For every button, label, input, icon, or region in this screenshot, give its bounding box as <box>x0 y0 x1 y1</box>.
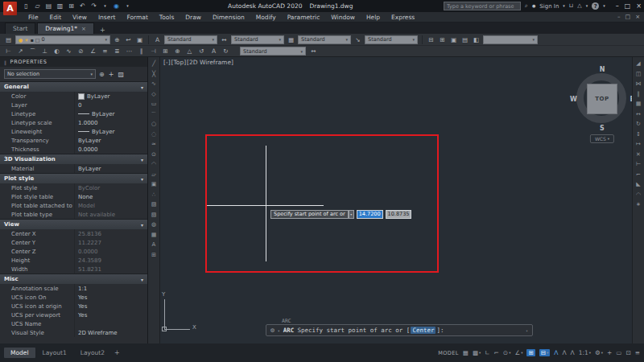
rotate-icon[interactable]: ↻ <box>636 121 641 128</box>
layout-tab-layout1[interactable]: Layout1 <box>36 348 73 358</box>
app-store-icon[interactable]: ⊔ <box>569 3 573 9</box>
annotation-monitor-icon[interactable]: + <box>607 349 612 356</box>
dynamic-input-options-icon[interactable]: ▾ <box>349 210 354 219</box>
viewport-visual-style-control[interactable]: [2D Wireframe] <box>187 59 233 66</box>
point-icon[interactable]: ∴ <box>152 191 155 199</box>
fillet-icon[interactable]: ◠ <box>636 191 641 199</box>
explode-icon[interactable]: ∗ <box>636 201 641 208</box>
polar-tracking-icon[interactable]: ⊙▾ <box>503 349 511 356</box>
command-customize-icon[interactable]: ⚙ <box>270 327 275 334</box>
layer-previous-icon[interactable]: ↩ <box>124 36 133 43</box>
menu-help[interactable]: Help <box>361 14 386 21</box>
property-value[interactable]: 51.8231 <box>74 265 147 274</box>
new-drawing-tab-button[interactable]: + <box>97 27 108 34</box>
search-input[interactable] <box>444 2 521 10</box>
viewcube-south-label[interactable]: S <box>600 125 605 132</box>
property-value[interactable]: 0.0000 <box>74 145 147 154</box>
scale-icon[interactable]: ↕ <box>636 131 641 138</box>
property-value[interactable]: None <box>74 192 147 201</box>
arc-icon[interactable]: ⌒ <box>151 111 157 118</box>
object-snap-icon-caret[interactable]: ▾ <box>547 351 548 355</box>
object-snap-tracking-icon[interactable]: ⊞ <box>526 349 535 356</box>
layer-combo[interactable]: ●☀▪□0▾ <box>15 35 110 44</box>
workspace-switching-icon[interactable]: ⚙▾ <box>595 349 603 356</box>
file-tab-start[interactable]: Start <box>5 23 35 34</box>
annotation-scale-value[interactable]: 1:1▾ <box>579 349 591 356</box>
construction-line-icon[interactable]: ╳ <box>152 71 155 78</box>
dim-angular-icon[interactable]: ∠ <box>89 47 97 55</box>
qat-save-as-icon[interactable]: ▥ <box>56 3 64 10</box>
doc-restore-icon[interactable]: □ <box>625 14 631 20</box>
section-collapse-icon[interactable]: ▾ <box>141 157 143 162</box>
move-icon[interactable]: ↔ <box>636 111 641 118</box>
region-icon[interactable]: ◍ <box>151 221 156 228</box>
property-value[interactable]: 1.0000 <box>74 118 147 127</box>
ellipse-icon[interactable]: ⊙ <box>151 151 156 158</box>
property-value[interactable]: Not available <box>74 210 147 219</box>
quick-select-icon[interactable]: ▨ <box>118 71 124 78</box>
menu-view[interactable]: View <box>67 14 93 21</box>
dim-style-toolbar-combo[interactable]: Standard▾ <box>240 47 306 56</box>
dim-break-icon[interactable]: ⊣ <box>149 47 158 55</box>
tolerance-icon[interactable]: ⊞ <box>161 47 170 55</box>
polygon-icon[interactable]: ◇ <box>151 91 155 98</box>
autoscale-icon[interactable]: Λ <box>562 349 566 356</box>
palette-grip-icon[interactable]: ∥ <box>4 60 7 65</box>
properties-section-misc[interactable]: Misc▾ <box>0 274 147 284</box>
object-snap-icon[interactable]: ⊟▾ <box>539 349 551 356</box>
dim-radius-icon[interactable]: ◐ <box>52 47 61 55</box>
copy-icon[interactable]: ◫ <box>636 71 642 78</box>
ellipse-arc-icon[interactable]: ◠ <box>151 161 156 168</box>
dim-style-combo[interactable]: Standard▾ <box>231 35 284 44</box>
select-objects-icon[interactable]: + <box>109 71 114 78</box>
qat-qat-customize-icon[interactable]: ▾ <box>124 4 131 8</box>
circle-icon[interactable]: ○ <box>151 121 156 128</box>
toggle-pickadd-icon[interactable]: ⊕ <box>99 71 105 78</box>
property-value[interactable]: ByLayer <box>74 92 147 101</box>
stay-connected-icon[interactable]: △ <box>577 3 581 9</box>
command-history-caret-icon[interactable]: ▾ <box>526 328 528 333</box>
multiline-text-icon[interactable]: A <box>152 241 156 249</box>
section-collapse-icon[interactable]: ▾ <box>141 176 143 182</box>
property-value[interactable]: Yes <box>74 293 147 302</box>
dim-diameter-icon[interactable]: ⊘ <box>76 47 85 55</box>
property-value[interactable]: Yes <box>74 311 147 319</box>
property-value[interactable]: 0.0000 <box>74 247 147 256</box>
close-tab-icon[interactable]: × <box>81 26 86 32</box>
infer-constraints-icon[interactable]: ∟ <box>485 349 489 356</box>
dynamic-input-x-field[interactable]: 14.7200 <box>357 210 383 219</box>
properties-section-view[interactable]: View▾ <box>0 219 147 229</box>
table-style-combo-caret-icon[interactable]: ▾ <box>345 37 348 42</box>
drawing-canvas[interactable]: [-] [Top] [2D Wireframe] N S W E TOP WCS… <box>160 57 632 343</box>
property-value[interactable] <box>74 319 147 328</box>
line-icon[interactable]: ╱ <box>152 60 155 68</box>
dim-update-icon[interactable]: ↻ <box>221 47 230 55</box>
menu-express[interactable]: Express <box>386 14 420 21</box>
spline-icon[interactable]: ≈ <box>151 141 156 148</box>
section-collapse-icon[interactable]: ▾ <box>141 84 143 90</box>
isometric-drafting-icon[interactable]: ∠▾ <box>514 349 522 356</box>
dim-baseline-icon[interactable]: ≣ <box>113 47 122 55</box>
isometric-drafting-icon-caret[interactable]: ▾ <box>521 351 522 355</box>
layer-combo-caret-icon[interactable]: ▾ <box>105 37 107 42</box>
layer-properties-manager-icon[interactable]: ▤ <box>4 36 13 43</box>
search-icon[interactable]: ⌕ <box>525 3 528 9</box>
menu-edit[interactable]: Edit <box>44 14 68 21</box>
qat-redo-icon[interactable]: ↷ <box>90 3 97 10</box>
qat-save-icon[interactable]: ▤ <box>45 3 52 10</box>
ortho-mode-icon[interactable]: ⌐ <box>494 349 499 356</box>
layer-states-icon[interactable]: ▣ <box>135 36 144 43</box>
property-value[interactable]: ByLayer <box>74 127 147 136</box>
ungroup-icon[interactable]: ⊞ <box>438 36 447 43</box>
extend-icon[interactable]: ⊢ <box>636 161 641 168</box>
selection-combo[interactable]: No selection ▾ <box>4 69 96 79</box>
section-collapse-icon[interactable]: ▾ <box>141 222 143 228</box>
mleader-style-combo-caret-icon[interactable]: ▾ <box>412 37 415 42</box>
array-icon[interactable]: ▦ <box>636 101 642 108</box>
revision-cloud-icon[interactable]: ◌ <box>151 131 156 138</box>
help-icon[interactable]: ? <box>592 2 599 10</box>
trim-icon[interactable]: ✕ <box>636 151 641 158</box>
customization-icon[interactable]: ≡ <box>635 349 640 356</box>
table-icon[interactable]: ▦ <box>151 232 157 239</box>
stay-connected-caret-icon[interactable]: ▾ <box>586 4 588 8</box>
